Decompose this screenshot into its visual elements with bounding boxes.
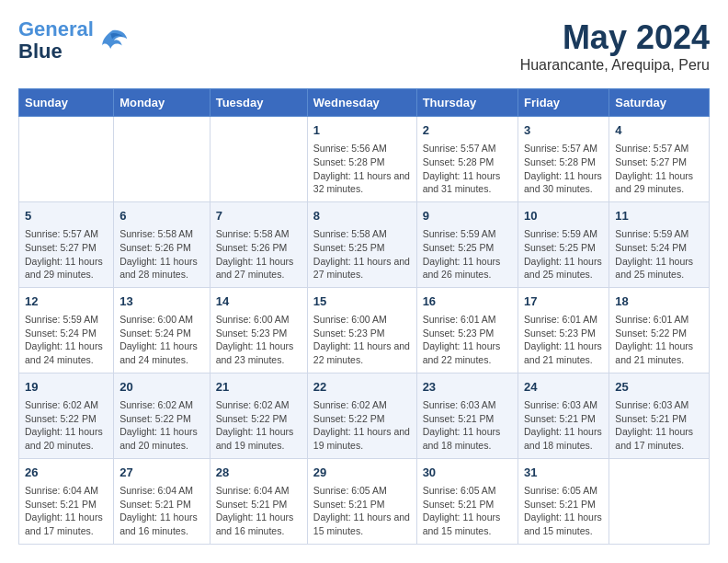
day-number: 8 <box>313 208 411 224</box>
day-number: 29 <box>313 465 411 481</box>
day-info: Daylight: 11 hours and 22 minutes. <box>423 339 512 366</box>
day-info: Daylight: 11 hours and 16 minutes. <box>119 511 204 537</box>
day-info: Sunset: 5:27 PM <box>615 155 703 169</box>
day-info: Sunset: 5:24 PM <box>25 327 108 340</box>
calendar-cell: 1Sunrise: 5:56 AMSunset: 5:28 PMDaylight… <box>307 117 416 202</box>
calendar-body: 1Sunrise: 5:56 AMSunset: 5:28 PMDaylight… <box>19 117 710 545</box>
page-header: GeneralBlue May 2024 Huarancante, Arequi… <box>18 18 710 74</box>
day-info: Sunrise: 5:58 AM <box>119 227 204 241</box>
calendar-cell: 11Sunrise: 5:59 AMSunset: 5:24 PMDayligh… <box>609 201 710 287</box>
day-number: 21 <box>216 379 301 396</box>
calendar-cell: 24Sunrise: 6:03 AMSunset: 5:21 PMDayligh… <box>518 373 609 458</box>
day-info: Daylight: 11 hours and 21 minutes. <box>615 339 703 366</box>
day-info: Sunset: 5:28 PM <box>524 155 603 169</box>
calendar-cell: 14Sunrise: 6:00 AMSunset: 5:23 PMDayligh… <box>210 287 307 373</box>
day-number: 27 <box>119 465 204 481</box>
day-info: Sunrise: 6:02 AM <box>216 398 301 412</box>
week-row-5: 26Sunrise: 6:04 AMSunset: 5:21 PMDayligh… <box>19 458 710 544</box>
logo: GeneralBlue <box>18 18 129 63</box>
day-info: Sunset: 5:23 PM <box>216 327 301 340</box>
day-info: Sunset: 5:25 PM <box>524 241 603 255</box>
day-number: 5 <box>25 208 108 224</box>
day-number: 25 <box>615 379 703 396</box>
day-info: Sunset: 5:26 PM <box>119 241 204 255</box>
title-block: May 2024 Huarancante, Arequipa, Peru <box>520 18 710 74</box>
day-info: Daylight: 11 hours and 20 minutes. <box>25 425 108 452</box>
day-info: Sunrise: 5:58 AM <box>216 227 301 241</box>
day-info: Daylight: 11 hours and 25 minutes. <box>524 255 603 282</box>
day-info: Sunrise: 5:59 AM <box>423 227 512 241</box>
day-info: Daylight: 11 hours and 18 minutes. <box>423 425 512 452</box>
day-info: Sunrise: 5:59 AM <box>615 227 703 241</box>
calendar-cell: 5Sunrise: 5:57 AMSunset: 5:27 PMDaylight… <box>19 201 114 287</box>
day-number: 6 <box>119 208 204 224</box>
day-info: Sunrise: 6:00 AM <box>119 313 204 327</box>
day-info: Daylight: 11 hours and 15 minutes. <box>313 511 411 537</box>
day-info: Sunrise: 6:05 AM <box>313 484 411 498</box>
day-info: Daylight: 11 hours and 22 minutes. <box>313 339 411 366</box>
day-info: Sunrise: 6:01 AM <box>524 313 603 327</box>
day-info: Sunset: 5:21 PM <box>119 498 204 511</box>
day-number: 10 <box>524 208 603 224</box>
calendar-cell <box>114 117 210 202</box>
calendar-cell: 28Sunrise: 6:04 AMSunset: 5:21 PMDayligh… <box>210 458 307 544</box>
day-info: Sunset: 5:21 PM <box>25 498 108 511</box>
day-number: 31 <box>524 465 603 481</box>
day-info: Sunrise: 5:57 AM <box>423 142 512 155</box>
day-info: Daylight: 11 hours and 18 minutes. <box>524 425 603 452</box>
header-cell-wednesday: Wednesday <box>307 89 416 117</box>
day-info: Sunrise: 6:03 AM <box>423 398 512 412</box>
day-info: Daylight: 11 hours and 26 minutes. <box>423 255 512 282</box>
calendar-cell: 21Sunrise: 6:02 AMSunset: 5:22 PMDayligh… <box>210 373 307 458</box>
day-info: Daylight: 11 hours and 17 minutes. <box>615 425 703 452</box>
calendar-cell: 23Sunrise: 6:03 AMSunset: 5:21 PMDayligh… <box>416 373 518 458</box>
calendar-cell: 27Sunrise: 6:04 AMSunset: 5:21 PMDayligh… <box>114 458 210 544</box>
week-row-3: 12Sunrise: 5:59 AMSunset: 5:24 PMDayligh… <box>19 287 710 373</box>
day-number: 28 <box>216 465 301 481</box>
day-number: 4 <box>615 122 703 139</box>
day-number: 20 <box>119 379 204 396</box>
header-cell-saturday: Saturday <box>609 89 710 117</box>
day-info: Sunset: 5:21 PM <box>423 498 512 511</box>
calendar-cell: 15Sunrise: 6:00 AMSunset: 5:23 PMDayligh… <box>307 287 416 373</box>
day-info: Daylight: 11 hours and 17 minutes. <box>25 511 108 537</box>
day-info: Sunset: 5:21 PM <box>615 412 703 426</box>
logo-text: GeneralBlue <box>18 18 94 63</box>
day-info: Sunrise: 5:59 AM <box>25 313 108 327</box>
day-info: Daylight: 11 hours and 28 minutes. <box>119 255 204 282</box>
day-info: Daylight: 11 hours and 24 minutes. <box>119 339 204 366</box>
day-info: Sunrise: 6:04 AM <box>216 484 301 498</box>
day-info: Sunrise: 6:05 AM <box>423 484 512 498</box>
day-info: Daylight: 11 hours and 19 minutes. <box>216 425 301 452</box>
day-info: Daylight: 11 hours and 15 minutes. <box>423 511 512 537</box>
calendar-cell: 22Sunrise: 6:02 AMSunset: 5:22 PMDayligh… <box>307 373 416 458</box>
header-cell-tuesday: Tuesday <box>210 89 307 117</box>
day-info: Daylight: 11 hours and 32 minutes. <box>313 169 411 196</box>
calendar-cell: 18Sunrise: 6:01 AMSunset: 5:22 PMDayligh… <box>609 287 710 373</box>
calendar-header: SundayMondayTuesdayWednesdayThursdayFrid… <box>19 89 710 117</box>
day-info: Daylight: 11 hours and 27 minutes. <box>216 255 301 282</box>
day-info: Sunset: 5:24 PM <box>615 241 703 255</box>
calendar-cell: 8Sunrise: 5:58 AMSunset: 5:25 PMDaylight… <box>307 201 416 287</box>
day-info: Sunrise: 6:03 AM <box>524 398 603 412</box>
day-info: Sunrise: 5:58 AM <box>313 227 411 241</box>
day-info: Sunrise: 6:00 AM <box>216 313 301 327</box>
day-number: 11 <box>615 208 703 224</box>
week-row-1: 1Sunrise: 5:56 AMSunset: 5:28 PMDaylight… <box>19 117 710 202</box>
day-info: Sunset: 5:25 PM <box>423 241 512 255</box>
day-number: 16 <box>423 293 512 310</box>
calendar-cell: 10Sunrise: 5:59 AMSunset: 5:25 PMDayligh… <box>518 201 609 287</box>
subtitle: Huarancante, Arequipa, Peru <box>520 57 710 74</box>
day-number: 12 <box>25 293 108 310</box>
calendar-cell: 19Sunrise: 6:02 AMSunset: 5:22 PMDayligh… <box>19 373 114 458</box>
day-info: Sunrise: 6:03 AM <box>615 398 703 412</box>
day-info: Sunrise: 6:01 AM <box>615 313 703 327</box>
header-cell-sunday: Sunday <box>19 89 114 117</box>
day-number: 7 <box>216 208 301 224</box>
calendar-cell: 31Sunrise: 6:05 AMSunset: 5:21 PMDayligh… <box>518 458 609 544</box>
logo-bird-icon <box>96 24 129 57</box>
day-info: Sunset: 5:22 PM <box>615 327 703 340</box>
day-number: 23 <box>423 379 512 396</box>
day-info: Sunrise: 5:59 AM <box>524 227 603 241</box>
day-info: Sunset: 5:22 PM <box>25 412 108 426</box>
